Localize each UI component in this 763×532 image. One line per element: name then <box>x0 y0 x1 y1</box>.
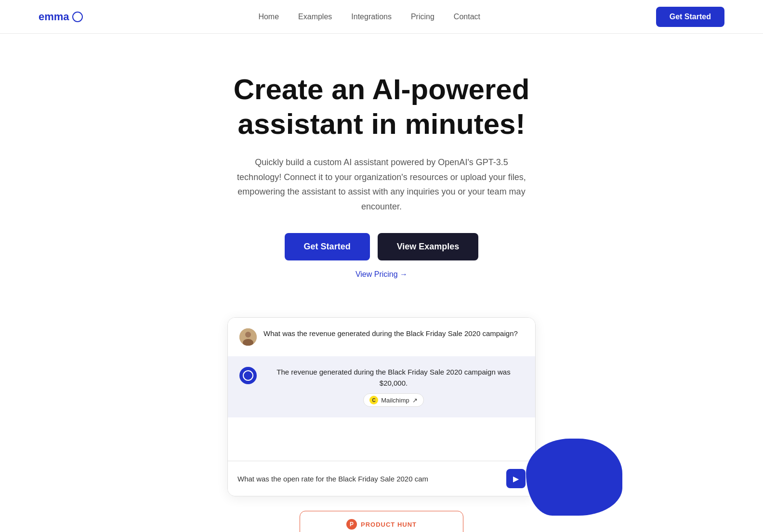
send-icon: ▶ <box>513 474 519 483</box>
user-message-text: What was the revenue generated during th… <box>263 328 518 339</box>
chat-demo: What was the revenue generated during th… <box>227 317 536 496</box>
hero-get-started-button[interactable]: Get Started <box>285 233 370 260</box>
hero-buttons: Get Started View Examples <box>19 233 744 260</box>
chat-input-area: ▶ <box>228 461 535 496</box>
hero-description: Quickly build a custom AI assistant powe… <box>232 155 531 214</box>
nav-get-started-button[interactable]: Get Started <box>656 7 724 27</box>
blob-decoration <box>526 439 622 516</box>
assistant-message-text: The revenue generated during the Black F… <box>263 367 524 389</box>
assistant-message: The revenue generated during the Black F… <box>228 356 535 417</box>
nav-integrations[interactable]: Integrations <box>351 13 392 21</box>
assistant-avatar <box>239 367 257 384</box>
nav-examples[interactable]: Examples <box>298 13 332 21</box>
assistant-message-content: The revenue generated during the Black F… <box>263 367 524 407</box>
chat-source-badge[interactable]: C Mailchimp ↗ <box>363 393 424 407</box>
view-pricing-link[interactable]: View Pricing → <box>355 270 408 279</box>
ph-label: PRODUCT HUNT <box>361 521 417 528</box>
logo-text: emma <box>39 11 69 23</box>
ph-badge-row: P PRODUCT HUNT <box>312 519 451 530</box>
navbar: emma Home Examples Integrations Pricing … <box>0 0 763 34</box>
emma-circle-icon <box>243 370 253 381</box>
source-label: Mailchimp <box>381 397 409 404</box>
logo[interactable]: emma <box>39 11 83 23</box>
chat-input[interactable] <box>237 475 500 483</box>
ph-icon: P <box>346 519 357 530</box>
hero-section: Create an AI-powered assistant in minute… <box>0 34 763 532</box>
user-message: What was the revenue generated during th… <box>228 318 535 356</box>
hero-heading: Create an AI-powered assistant in minute… <box>213 72 550 142</box>
product-hunt-badge: P PRODUCT HUNT ★ ★ ★ ★ ★ <box>300 511 463 532</box>
chat-demo-wrapper: What was the revenue generated during th… <box>227 317 536 496</box>
external-link-icon: ↗ <box>412 397 418 404</box>
nav-contact[interactable]: Contact <box>454 13 480 21</box>
mailchimp-icon: C <box>369 396 378 404</box>
nav-pricing[interactable]: Pricing <box>411 13 434 21</box>
nav-home[interactable]: Home <box>258 13 279 21</box>
nav-links: Home Examples Integrations Pricing Conta… <box>258 13 480 21</box>
user-avatar <box>239 328 257 346</box>
logo-circle-icon <box>72 12 83 22</box>
chat-empty-area <box>228 417 535 461</box>
send-button[interactable]: ▶ <box>506 469 526 488</box>
hero-view-examples-button[interactable]: View Examples <box>378 233 479 260</box>
svg-point-1 <box>245 332 251 337</box>
